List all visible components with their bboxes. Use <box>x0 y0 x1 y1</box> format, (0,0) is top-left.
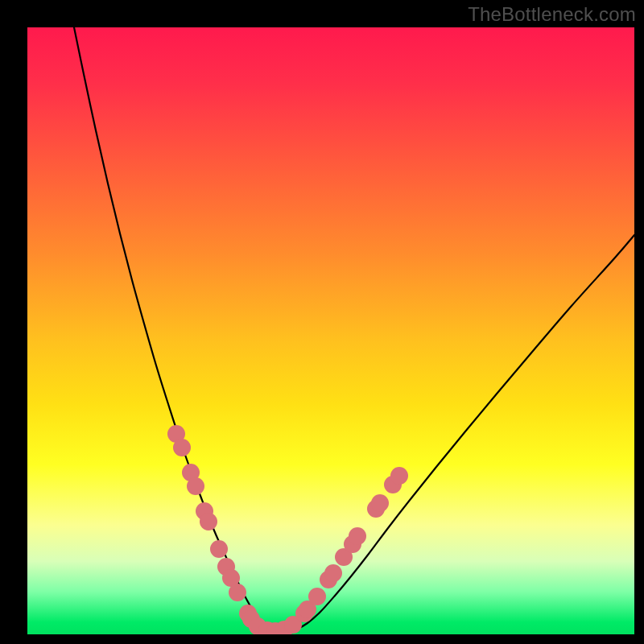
highlight-dots <box>167 425 408 634</box>
curve-layer <box>27 27 634 634</box>
highlight-dot <box>390 467 408 485</box>
highlight-dot <box>210 540 228 558</box>
highlight-dot <box>308 588 326 605</box>
highlight-dot <box>187 477 204 495</box>
highlight-dot <box>200 513 217 530</box>
highlight-dot <box>349 527 366 545</box>
chart-frame: TheBottleneck.com <box>0 0 644 644</box>
plot-area <box>27 27 634 634</box>
watermark-text: TheBottleneck.com <box>468 3 636 26</box>
highlight-dot <box>371 494 389 512</box>
highlight-dot <box>173 439 191 456</box>
highlight-dot <box>324 564 342 582</box>
highlight-dot <box>229 584 246 601</box>
